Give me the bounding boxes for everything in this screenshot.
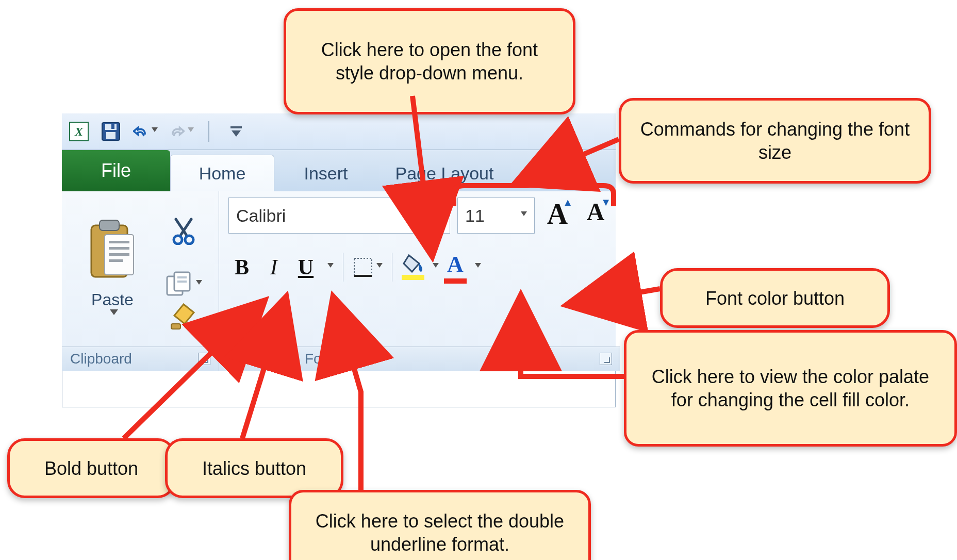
font-group-label: Font: [305, 351, 334, 367]
clipboard-dialog-launcher[interactable]: [198, 353, 210, 365]
borders-button[interactable]: [353, 257, 383, 277]
svg-rect-18: [171, 324, 180, 329]
svg-rect-16: [177, 276, 187, 278]
font-name-combo[interactable]: Calibri: [228, 197, 450, 234]
clipboard-group-label: Clipboard: [70, 351, 132, 367]
redo-dropdown-icon[interactable]: [188, 127, 194, 132]
copy-dropdown-icon[interactable]: [196, 280, 202, 285]
svg-rect-11: [109, 259, 123, 262]
underline-dropdown-icon[interactable]: [327, 263, 334, 268]
svg-rect-2: [106, 132, 116, 139]
paste-icon[interactable]: [84, 216, 141, 288]
callout-font-size-commands: Commands for changing the font size: [619, 98, 931, 184]
font-dialog-launcher[interactable]: [600, 353, 612, 365]
svg-rect-6: [100, 220, 119, 230]
svg-point-12: [174, 236, 182, 244]
font-name-value: Calibri: [236, 206, 286, 226]
decrease-font-size-button[interactable]: A▼: [580, 197, 611, 234]
svg-rect-4: [230, 126, 242, 128]
font-name-dropdown-icon[interactable]: [434, 211, 442, 217]
tab-insert[interactable]: Insert: [274, 155, 377, 191]
underline-button[interactable]: U: [292, 254, 319, 281]
paint-bucket-icon: [402, 254, 424, 274]
ribbon-tab-strip: File Home Insert Page Layout Formula: [62, 150, 616, 191]
copy-button[interactable]: [165, 271, 202, 297]
font-size-combo[interactable]: 11: [457, 197, 535, 234]
svg-rect-10: [109, 253, 129, 256]
ribbon-groups: Paste: [62, 191, 616, 371]
svg-rect-9: [109, 247, 129, 250]
bold-button[interactable]: B: [228, 254, 255, 281]
font-color-dropdown-icon[interactable]: [475, 263, 481, 268]
font-group-footer: Font: [219, 347, 620, 371]
quick-access-toolbar: [62, 113, 616, 150]
svg-rect-19: [354, 258, 372, 276]
fill-color-swatch: [402, 275, 424, 280]
paste-dropdown-icon[interactable]: [110, 309, 118, 315]
callout-bold-button: Bold button: [7, 438, 175, 498]
group-clipboard: Paste: [62, 191, 219, 371]
borders-icon: [353, 257, 373, 277]
save-button[interactable]: [100, 121, 122, 142]
svg-rect-1: [105, 124, 117, 130]
font-size-dropdown-icon[interactable]: [521, 211, 527, 216]
font-size-value: 11: [465, 206, 485, 226]
tab-file[interactable]: File: [62, 150, 170, 191]
fill-color-button[interactable]: [402, 254, 424, 280]
svg-point-13: [185, 236, 193, 244]
font-color-swatch: [444, 278, 467, 284]
tab-formulas[interactable]: Formula: [512, 155, 609, 191]
callout-fill-color: Click here to view the color palate for …: [624, 330, 957, 447]
callout-font-style-dropdown: Click here to open the font style drop-d…: [284, 8, 575, 114]
svg-rect-8: [109, 241, 129, 243]
redo-button[interactable]: [169, 122, 194, 141]
callout-double-underline: Click here to select the double underlin…: [289, 490, 591, 560]
svg-rect-3: [111, 124, 114, 129]
customize-qat-button[interactable]: [224, 122, 249, 141]
excel-app-icon[interactable]: [69, 122, 89, 141]
tab-home[interactable]: Home: [170, 155, 274, 191]
format-painter-button[interactable]: [169, 303, 198, 333]
increase-font-size-button[interactable]: A▲: [542, 197, 573, 234]
svg-rect-17: [177, 281, 187, 283]
clipboard-group-footer: Clipboard: [62, 347, 219, 371]
cut-button[interactable]: [171, 217, 196, 245]
undo-dropdown-icon[interactable]: [152, 127, 158, 132]
fill-color-dropdown-icon[interactable]: [433, 263, 439, 268]
italic-button[interactable]: I: [260, 254, 287, 281]
font-color-button[interactable]: A: [444, 251, 467, 284]
group-font: Calibri 11 A▲ A▼ B I: [219, 191, 620, 371]
borders-dropdown-icon[interactable]: [376, 263, 383, 268]
tab-page-layout[interactable]: Page Layout: [377, 155, 512, 191]
callout-font-color-button: Font color button: [660, 268, 890, 328]
paste-label: Paste: [91, 290, 134, 309]
excel-ribbon: File Home Insert Page Layout Formula: [62, 113, 616, 407]
font-color-a: A: [447, 251, 464, 277]
callout-italics-button: Italics button: [165, 438, 343, 498]
undo-button[interactable]: [133, 122, 158, 141]
